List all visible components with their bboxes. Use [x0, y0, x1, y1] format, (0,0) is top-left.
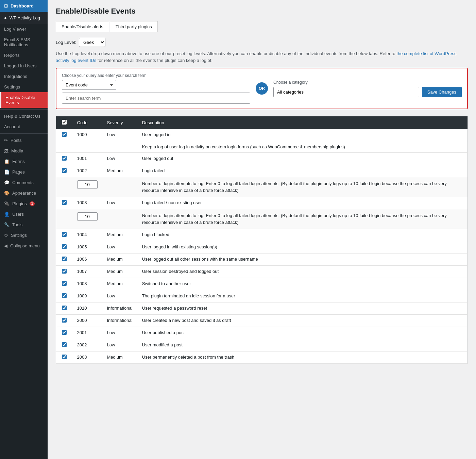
table-row: 1004MediumLogin blocked — [56, 229, 468, 241]
sidebar-item-label: Forms — [12, 159, 25, 164]
tab-enable-disable-alerts[interactable]: Enable/Disable alerts — [56, 21, 109, 32]
events-table: Code Severity Description 1000LowUser lo… — [56, 116, 468, 364]
dashboard-link[interactable]: ⊞ Dashboard — [0, 0, 48, 12]
select-all-checkbox[interactable] — [62, 120, 67, 125]
attempts-input[interactable] — [77, 180, 98, 189]
row-checkbox[interactable] — [62, 168, 67, 173]
row-checkbox[interactable] — [62, 269, 67, 274]
sidebar-item-label: Integrations — [4, 74, 27, 79]
sidebar-item-comments[interactable]: 💬 Comments — [0, 177, 48, 188]
row-severity: Low — [102, 327, 137, 339]
attempts-input[interactable] — [77, 212, 98, 221]
sidebar-item-account[interactable]: Account — [0, 121, 48, 132]
sidebar-item-forms[interactable]: 📋 Forms — [0, 156, 48, 167]
media-icon: 🖼 — [4, 148, 8, 153]
sidebar-item-tools[interactable]: 🔧 Tools — [0, 219, 48, 230]
tab-third-party-plugins[interactable]: Third party plugins — [110, 21, 158, 32]
page-title: Enable/Disable Events — [56, 7, 468, 16]
or-divider: OR — [256, 82, 268, 95]
sidebar-item-pages[interactable]: 📄 Pages — [0, 167, 48, 177]
table-row: 1006MediumUser logged out all other sess… — [56, 253, 468, 266]
header-checkbox-col — [56, 116, 72, 129]
row-severity: Low — [102, 153, 137, 165]
sidebar-item-plugins[interactable]: 🔌 Plugins 1 — [0, 198, 48, 209]
row-checkbox-cell — [56, 315, 72, 327]
attempts-input-cell — [72, 209, 102, 229]
table-sub-row: Number of login attempts to log. Enter 0… — [56, 209, 468, 229]
row-checkbox[interactable] — [62, 293, 67, 298]
pages-icon: 📄 — [4, 169, 10, 175]
log-level-select[interactable]: Simple Basic Geek — [79, 38, 105, 47]
sidebar-item-help[interactable]: Help & Contact Us — [0, 111, 48, 121]
header-description: Description — [137, 116, 468, 129]
sidebar-item-label: Reports — [4, 53, 20, 58]
sidebar-item-label: Media — [11, 148, 23, 153]
sidebar-item-appearance[interactable]: 🎨 Appearance — [0, 188, 48, 198]
header-code: Code — [72, 116, 102, 129]
row-checkbox[interactable] — [62, 244, 67, 249]
table-row: 1007MediumUser session destroyed and log… — [56, 266, 468, 278]
search-input[interactable] — [62, 93, 250, 104]
row-description: Switched to another user — [137, 278, 468, 290]
sidebar-item-label: Settings — [4, 84, 20, 89]
row-code: 1002 — [72, 165, 102, 177]
row-checkbox[interactable] — [62, 200, 67, 205]
row-checkbox[interactable] — [62, 355, 67, 359]
row-checkbox-cell — [56, 253, 72, 266]
row-checkbox[interactable] — [62, 342, 67, 347]
sidebar-item-log-viewer[interactable]: Log Viewer — [0, 24, 48, 34]
sidebar-item-email-sms[interactable]: Email & SMS Notifications — [0, 34, 48, 50]
plugin-header[interactable]: ● WP Activity Log — [0, 12, 48, 24]
row-checkbox[interactable] — [62, 330, 67, 335]
sidebar-item-collapse[interactable]: ◀ Collapse menu — [0, 241, 48, 251]
posts-icon: ✏ — [4, 138, 8, 143]
sidebar-item-wp-settings[interactable]: ⚙ Settings — [0, 230, 48, 241]
sidebar-item-label: Tools — [12, 222, 22, 227]
sidebar-item-reports[interactable]: Reports — [0, 50, 48, 61]
category-label: Choose a category — [273, 80, 462, 85]
comments-icon: 💬 — [4, 180, 10, 185]
dashboard-icon: ⊞ — [4, 3, 8, 9]
search-dropdown[interactable]: Event code Event description Event sever… — [62, 80, 116, 90]
sidebar-item-label: Account — [4, 124, 20, 129]
plugin-icon: ● — [4, 15, 7, 20]
row-description: User published a post — [137, 327, 468, 339]
row-checkbox[interactable] — [62, 132, 67, 137]
row-checkbox[interactable] — [62, 232, 67, 237]
sidebar-item-label: Users — [12, 212, 24, 217]
row-checkbox[interactable] — [62, 156, 67, 161]
row-severity: Low — [102, 129, 137, 141]
sidebar-item-users[interactable]: 👤 Users — [0, 209, 48, 219]
sidebar-item-integrations[interactable]: Integrations — [0, 71, 48, 82]
sidebar-item-media[interactable]: 🖼 Media — [0, 146, 48, 156]
row-checkbox[interactable] — [62, 257, 67, 261]
sidebar-item-label: Logged In Users — [4, 63, 36, 68]
sidebar-item-enable-disable[interactable]: Enable/Disable Events — [0, 92, 48, 108]
row-checkbox[interactable] — [62, 306, 67, 310]
row-description: The plugin terminated an idle session fo… — [137, 290, 468, 302]
table-row: 1008MediumSwitched to another user — [56, 278, 468, 290]
sidebar: ⊞ Dashboard ● WP Activity Log Log Viewer… — [0, 0, 48, 459]
category-row: Save Changes — [273, 87, 462, 97]
save-changes-button[interactable]: Save Changes — [422, 87, 462, 97]
row-severity: Medium — [102, 278, 137, 290]
sidebar-item-label: Pages — [12, 169, 25, 175]
table-row: 1003LowLogin failed / non existing user — [56, 197, 468, 209]
plugins-badge: 1 — [30, 201, 35, 206]
row-description: User logged out all other sessions with … — [137, 253, 468, 266]
header-severity: Severity — [102, 116, 137, 129]
row-code: 2000 — [72, 315, 102, 327]
row-code: 1008 — [72, 278, 102, 290]
collapse-icon: ◀ — [4, 243, 7, 248]
sidebar-item-posts[interactable]: ✏ Posts — [0, 135, 48, 146]
sidebar-item-logged-in-users[interactable]: Logged In Users — [0, 61, 48, 71]
row-checkbox-cell — [56, 351, 72, 364]
row-severity: Informational — [102, 315, 137, 327]
sidebar-item-label: Email & SMS Notifications — [4, 37, 44, 47]
row-severity: Low — [102, 290, 137, 302]
row-checkbox[interactable] — [62, 281, 67, 286]
category-input[interactable] — [273, 87, 419, 97]
sidebar-item-settings[interactable]: Settings — [0, 82, 48, 92]
row-checkbox[interactable] — [62, 318, 67, 323]
row-checkbox-cell — [56, 302, 72, 315]
